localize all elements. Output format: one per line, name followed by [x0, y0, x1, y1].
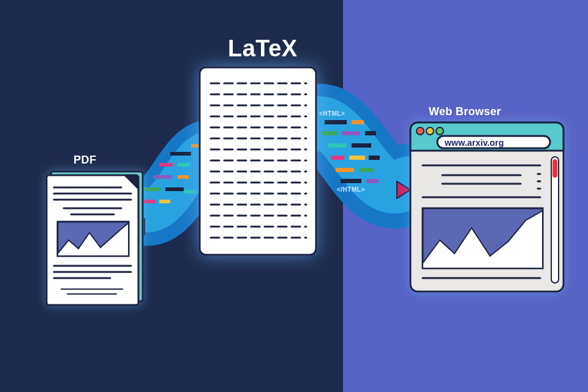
svg-rect-24 [366, 179, 379, 183]
svg-rect-9 [159, 200, 170, 203]
html-open-tag: <HTML> [319, 110, 345, 117]
svg-rect-21 [336, 168, 354, 172]
svg-rect-6 [145, 187, 160, 191]
html-close-tag: </HTML> [337, 186, 365, 193]
svg-rect-7 [165, 187, 184, 191]
browser-label: Web Browser [429, 105, 501, 118]
pdf-document [47, 172, 143, 305]
svg-rect-10 [184, 190, 196, 194]
svg-rect-2 [159, 163, 173, 167]
svg-rect-59 [552, 159, 557, 178]
svg-rect-12 [352, 120, 364, 124]
traffic-lights-icon [417, 127, 443, 135]
svg-rect-4 [153, 175, 172, 179]
svg-point-56 [426, 127, 434, 135]
svg-rect-16 [328, 143, 347, 148]
svg-rect-8 [142, 200, 156, 203]
svg-rect-5 [178, 175, 189, 179]
browser-chart-icon [423, 208, 543, 268]
svg-point-55 [417, 127, 424, 135]
latex-label: LaTeX [228, 36, 298, 62]
scrollbar-icon [551, 157, 559, 283]
url-text: www.arxiv.org [445, 138, 504, 148]
svg-rect-20 [369, 156, 380, 160]
svg-rect-18 [331, 156, 344, 160]
pdf-chart-icon [58, 222, 129, 256]
pdf-label: PDF [74, 154, 97, 167]
svg-rect-17 [352, 143, 371, 148]
svg-rect-22 [359, 168, 374, 172]
svg-point-57 [436, 127, 443, 135]
svg-rect-11 [325, 120, 347, 124]
svg-rect-23 [341, 179, 361, 183]
svg-rect-3 [178, 163, 190, 167]
svg-rect-15 [365, 131, 376, 135]
svg-rect-14 [342, 131, 360, 135]
svg-rect-19 [349, 156, 365, 160]
svg-rect-1 [170, 152, 191, 156]
browser-window [410, 123, 564, 292]
latex-document [200, 67, 316, 255]
svg-rect-13 [322, 131, 337, 135]
